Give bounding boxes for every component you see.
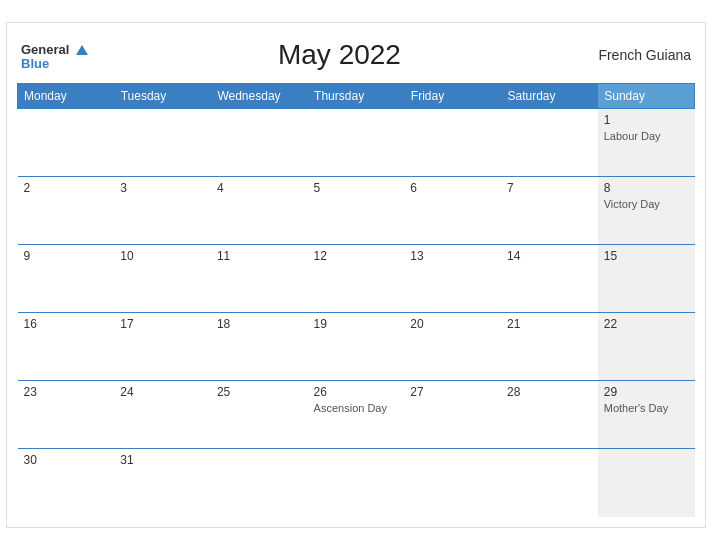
calendar-cell: 25	[211, 381, 308, 449]
calendar-cell	[404, 449, 501, 517]
calendar-cell: 8Victory Day	[598, 177, 695, 245]
day-number: 8	[604, 181, 689, 195]
day-number: 11	[217, 249, 302, 263]
calendar-header: General Blue May 2022 French Guiana	[17, 39, 695, 71]
calendar-grid: MondayTuesdayWednesdayThursdayFridaySatu…	[17, 83, 695, 517]
calendar-cell: 15	[598, 245, 695, 313]
logo-triangle-icon	[76, 45, 88, 55]
logo-area: General Blue	[21, 41, 88, 70]
day-number: 23	[24, 385, 109, 399]
calendar-body: 1Labour Day2345678Victory Day91011121314…	[18, 109, 695, 517]
calendar-cell: 21	[501, 313, 598, 381]
day-number: 2	[24, 181, 109, 195]
calendar-cell: 24	[114, 381, 211, 449]
calendar-cell: 31	[114, 449, 211, 517]
calendar-cell: 5	[308, 177, 405, 245]
calendar-title: May 2022	[88, 39, 591, 71]
day-number: 14	[507, 249, 592, 263]
calendar-cell: 26Ascension Day	[308, 381, 405, 449]
day-number: 24	[120, 385, 205, 399]
calendar-cell	[404, 109, 501, 177]
day-event: Ascension Day	[314, 402, 387, 414]
calendar-cell: 19	[308, 313, 405, 381]
weekday-header-monday: Monday	[18, 84, 115, 109]
day-number: 1	[604, 113, 689, 127]
calendar-cell: 27	[404, 381, 501, 449]
day-number: 30	[24, 453, 109, 467]
day-number: 4	[217, 181, 302, 195]
day-number: 22	[604, 317, 689, 331]
day-event: Mother's Day	[604, 402, 668, 414]
calendar-cell	[598, 449, 695, 517]
day-number: 12	[314, 249, 399, 263]
day-number: 19	[314, 317, 399, 331]
calendar-cell	[114, 109, 211, 177]
day-number: 15	[604, 249, 689, 263]
day-number: 29	[604, 385, 689, 399]
calendar-cell: 11	[211, 245, 308, 313]
logo-blue: Blue	[21, 57, 88, 70]
day-number: 3	[120, 181, 205, 195]
calendar-cell: 12	[308, 245, 405, 313]
weekday-header-sunday: Sunday	[598, 84, 695, 109]
day-event: Victory Day	[604, 198, 660, 210]
calendar-week-row: 3031	[18, 449, 695, 517]
calendar-cell	[308, 109, 405, 177]
weekday-header-saturday: Saturday	[501, 84, 598, 109]
day-number: 28	[507, 385, 592, 399]
calendar-week-row: 1Labour Day	[18, 109, 695, 177]
day-number: 27	[410, 385, 495, 399]
calendar-cell: 7	[501, 177, 598, 245]
calendar-cell: 13	[404, 245, 501, 313]
calendar-cell: 17	[114, 313, 211, 381]
day-number: 16	[24, 317, 109, 331]
day-number: 25	[217, 385, 302, 399]
weekday-header-tuesday: Tuesday	[114, 84, 211, 109]
day-number: 9	[24, 249, 109, 263]
logo-general: General	[21, 41, 88, 57]
weekday-header-row: MondayTuesdayWednesdayThursdayFridaySatu…	[18, 84, 695, 109]
day-number: 18	[217, 317, 302, 331]
day-number: 7	[507, 181, 592, 195]
calendar-cell: 10	[114, 245, 211, 313]
calendar-week-row: 9101112131415	[18, 245, 695, 313]
calendar-cell	[18, 109, 115, 177]
calendar-cell: 6	[404, 177, 501, 245]
calendar-cell: 4	[211, 177, 308, 245]
day-number: 17	[120, 317, 205, 331]
calendar-cell: 22	[598, 313, 695, 381]
calendar-cell	[211, 109, 308, 177]
calendar-cell: 16	[18, 313, 115, 381]
calendar-cell	[501, 109, 598, 177]
calendar-cell: 18	[211, 313, 308, 381]
calendar-cell: 9	[18, 245, 115, 313]
calendar-cell: 20	[404, 313, 501, 381]
day-number: 26	[314, 385, 399, 399]
calendar-container: General Blue May 2022 French Guiana Mond…	[6, 22, 706, 528]
calendar-cell: 3	[114, 177, 211, 245]
calendar-week-row: 2345678Victory Day	[18, 177, 695, 245]
weekday-header-wednesday: Wednesday	[211, 84, 308, 109]
day-number: 21	[507, 317, 592, 331]
region-label: French Guiana	[591, 47, 691, 63]
day-event: Labour Day	[604, 130, 661, 142]
calendar-cell: 14	[501, 245, 598, 313]
calendar-cell	[211, 449, 308, 517]
day-number: 31	[120, 453, 205, 467]
calendar-cell: 29Mother's Day	[598, 381, 695, 449]
calendar-cell: 23	[18, 381, 115, 449]
calendar-week-row: 23242526Ascension Day272829Mother's Day	[18, 381, 695, 449]
calendar-cell	[501, 449, 598, 517]
day-number: 5	[314, 181, 399, 195]
day-number: 13	[410, 249, 495, 263]
calendar-cell: 2	[18, 177, 115, 245]
day-number: 20	[410, 317, 495, 331]
calendar-cell: 28	[501, 381, 598, 449]
calendar-week-row: 16171819202122	[18, 313, 695, 381]
weekday-header-thursday: Thursday	[308, 84, 405, 109]
calendar-cell: 30	[18, 449, 115, 517]
calendar-cell: 1Labour Day	[598, 109, 695, 177]
day-number: 10	[120, 249, 205, 263]
weekday-header-friday: Friday	[404, 84, 501, 109]
day-number: 6	[410, 181, 495, 195]
